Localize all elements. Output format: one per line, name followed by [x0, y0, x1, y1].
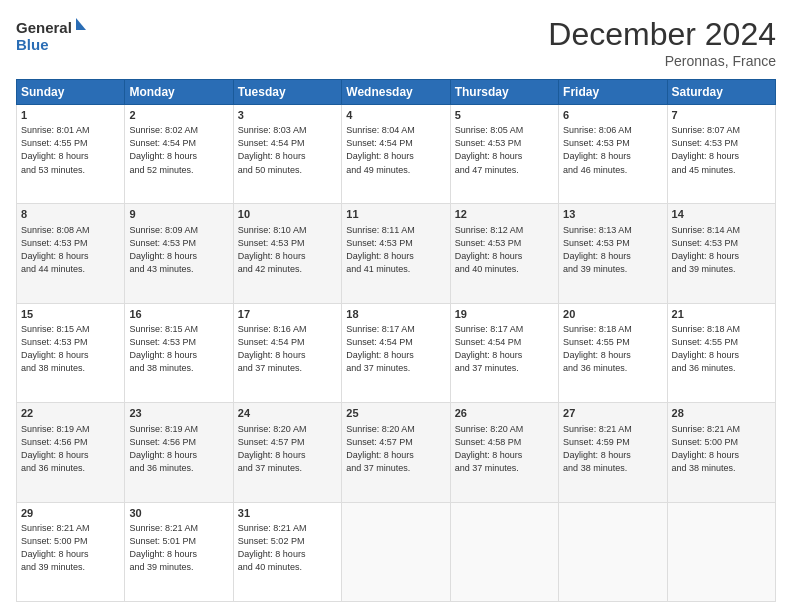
- day-info: Sunrise: 8:07 AMSunset: 4:53 PMDaylight:…: [672, 124, 771, 176]
- day-number: 20: [563, 307, 662, 322]
- day-number: 8: [21, 207, 120, 222]
- calendar-cell: 20Sunrise: 8:18 AMSunset: 4:55 PMDayligh…: [559, 303, 667, 402]
- logo: General Blue: [16, 16, 86, 58]
- day-info: Sunrise: 8:16 AMSunset: 4:54 PMDaylight:…: [238, 323, 337, 375]
- day-info: Sunrise: 8:17 AMSunset: 4:54 PMDaylight:…: [455, 323, 554, 375]
- title-block: December 2024 Peronnas, France: [548, 16, 776, 69]
- day-number: 1: [21, 108, 120, 123]
- day-info: Sunrise: 8:20 AMSunset: 4:57 PMDaylight:…: [346, 423, 445, 475]
- weekday-header-wednesday: Wednesday: [342, 80, 450, 105]
- day-number: 7: [672, 108, 771, 123]
- weekday-header-thursday: Thursday: [450, 80, 558, 105]
- calendar-cell: 4Sunrise: 8:04 AMSunset: 4:54 PMDaylight…: [342, 105, 450, 204]
- weekday-header-tuesday: Tuesday: [233, 80, 341, 105]
- day-info: Sunrise: 8:19 AMSunset: 4:56 PMDaylight:…: [21, 423, 120, 475]
- calendar-cell: [667, 502, 775, 601]
- weekday-header-sunday: Sunday: [17, 80, 125, 105]
- calendar-cell: 13Sunrise: 8:13 AMSunset: 4:53 PMDayligh…: [559, 204, 667, 303]
- day-number: 17: [238, 307, 337, 322]
- day-number: 12: [455, 207, 554, 222]
- calendar-cell: 30Sunrise: 8:21 AMSunset: 5:01 PMDayligh…: [125, 502, 233, 601]
- day-info: Sunrise: 8:03 AMSunset: 4:54 PMDaylight:…: [238, 124, 337, 176]
- calendar-cell: 17Sunrise: 8:16 AMSunset: 4:54 PMDayligh…: [233, 303, 341, 402]
- day-number: 22: [21, 406, 120, 421]
- subtitle: Peronnas, France: [548, 53, 776, 69]
- svg-text:Blue: Blue: [16, 36, 49, 53]
- day-number: 3: [238, 108, 337, 123]
- main-title: December 2024: [548, 16, 776, 53]
- day-info: Sunrise: 8:01 AMSunset: 4:55 PMDaylight:…: [21, 124, 120, 176]
- header: General Blue December 2024 Peronnas, Fra…: [16, 16, 776, 69]
- calendar-cell: 16Sunrise: 8:15 AMSunset: 4:53 PMDayligh…: [125, 303, 233, 402]
- day-number: 27: [563, 406, 662, 421]
- day-info: Sunrise: 8:04 AMSunset: 4:54 PMDaylight:…: [346, 124, 445, 176]
- calendar-cell: 8Sunrise: 8:08 AMSunset: 4:53 PMDaylight…: [17, 204, 125, 303]
- svg-text:General: General: [16, 19, 72, 36]
- calendar-cell: 29Sunrise: 8:21 AMSunset: 5:00 PMDayligh…: [17, 502, 125, 601]
- day-number: 18: [346, 307, 445, 322]
- day-number: 23: [129, 406, 228, 421]
- calendar-cell: 23Sunrise: 8:19 AMSunset: 4:56 PMDayligh…: [125, 403, 233, 502]
- calendar-cell: 18Sunrise: 8:17 AMSunset: 4:54 PMDayligh…: [342, 303, 450, 402]
- calendar-cell: 21Sunrise: 8:18 AMSunset: 4:55 PMDayligh…: [667, 303, 775, 402]
- day-info: Sunrise: 8:02 AMSunset: 4:54 PMDaylight:…: [129, 124, 228, 176]
- day-info: Sunrise: 8:12 AMSunset: 4:53 PMDaylight:…: [455, 224, 554, 276]
- calendar-cell: 3Sunrise: 8:03 AMSunset: 4:54 PMDaylight…: [233, 105, 341, 204]
- day-info: Sunrise: 8:19 AMSunset: 4:56 PMDaylight:…: [129, 423, 228, 475]
- day-number: 24: [238, 406, 337, 421]
- day-number: 16: [129, 307, 228, 322]
- day-number: 28: [672, 406, 771, 421]
- day-number: 29: [21, 506, 120, 521]
- calendar-cell: 28Sunrise: 8:21 AMSunset: 5:00 PMDayligh…: [667, 403, 775, 502]
- day-number: 5: [455, 108, 554, 123]
- calendar-cell: 31Sunrise: 8:21 AMSunset: 5:02 PMDayligh…: [233, 502, 341, 601]
- weekday-header-saturday: Saturday: [667, 80, 775, 105]
- day-info: Sunrise: 8:21 AMSunset: 5:02 PMDaylight:…: [238, 522, 337, 574]
- day-number: 15: [21, 307, 120, 322]
- day-number: 19: [455, 307, 554, 322]
- day-info: Sunrise: 8:05 AMSunset: 4:53 PMDaylight:…: [455, 124, 554, 176]
- page: General Blue December 2024 Peronnas, Fra…: [0, 0, 792, 612]
- calendar-cell: [342, 502, 450, 601]
- day-number: 10: [238, 207, 337, 222]
- calendar-cell: 25Sunrise: 8:20 AMSunset: 4:57 PMDayligh…: [342, 403, 450, 502]
- day-number: 2: [129, 108, 228, 123]
- calendar-cell: [450, 502, 558, 601]
- weekday-header-monday: Monday: [125, 80, 233, 105]
- day-number: 14: [672, 207, 771, 222]
- day-info: Sunrise: 8:18 AMSunset: 4:55 PMDaylight:…: [563, 323, 662, 375]
- day-info: Sunrise: 8:06 AMSunset: 4:53 PMDaylight:…: [563, 124, 662, 176]
- day-info: Sunrise: 8:21 AMSunset: 4:59 PMDaylight:…: [563, 423, 662, 475]
- svg-marker-2: [76, 18, 86, 30]
- calendar-cell: 24Sunrise: 8:20 AMSunset: 4:57 PMDayligh…: [233, 403, 341, 502]
- day-info: Sunrise: 8:11 AMSunset: 4:53 PMDaylight:…: [346, 224, 445, 276]
- calendar-cell: 2Sunrise: 8:02 AMSunset: 4:54 PMDaylight…: [125, 105, 233, 204]
- day-number: 31: [238, 506, 337, 521]
- day-info: Sunrise: 8:10 AMSunset: 4:53 PMDaylight:…: [238, 224, 337, 276]
- calendar-cell: 1Sunrise: 8:01 AMSunset: 4:55 PMDaylight…: [17, 105, 125, 204]
- calendar-cell: 22Sunrise: 8:19 AMSunset: 4:56 PMDayligh…: [17, 403, 125, 502]
- calendar-cell: 26Sunrise: 8:20 AMSunset: 4:58 PMDayligh…: [450, 403, 558, 502]
- calendar-cell: [559, 502, 667, 601]
- calendar-cell: 9Sunrise: 8:09 AMSunset: 4:53 PMDaylight…: [125, 204, 233, 303]
- logo-svg: General Blue: [16, 16, 86, 58]
- day-info: Sunrise: 8:20 AMSunset: 4:58 PMDaylight:…: [455, 423, 554, 475]
- day-number: 11: [346, 207, 445, 222]
- day-info: Sunrise: 8:13 AMSunset: 4:53 PMDaylight:…: [563, 224, 662, 276]
- calendar-cell: 5Sunrise: 8:05 AMSunset: 4:53 PMDaylight…: [450, 105, 558, 204]
- day-info: Sunrise: 8:15 AMSunset: 4:53 PMDaylight:…: [21, 323, 120, 375]
- day-info: Sunrise: 8:09 AMSunset: 4:53 PMDaylight:…: [129, 224, 228, 276]
- day-number: 4: [346, 108, 445, 123]
- weekday-header-friday: Friday: [559, 80, 667, 105]
- calendar-cell: 19Sunrise: 8:17 AMSunset: 4:54 PMDayligh…: [450, 303, 558, 402]
- day-info: Sunrise: 8:20 AMSunset: 4:57 PMDaylight:…: [238, 423, 337, 475]
- calendar-cell: 11Sunrise: 8:11 AMSunset: 4:53 PMDayligh…: [342, 204, 450, 303]
- day-info: Sunrise: 8:21 AMSunset: 5:00 PMDaylight:…: [672, 423, 771, 475]
- calendar-cell: 27Sunrise: 8:21 AMSunset: 4:59 PMDayligh…: [559, 403, 667, 502]
- calendar-cell: 6Sunrise: 8:06 AMSunset: 4:53 PMDaylight…: [559, 105, 667, 204]
- calendar-cell: 10Sunrise: 8:10 AMSunset: 4:53 PMDayligh…: [233, 204, 341, 303]
- day-number: 25: [346, 406, 445, 421]
- day-number: 13: [563, 207, 662, 222]
- day-number: 30: [129, 506, 228, 521]
- calendar-cell: 15Sunrise: 8:15 AMSunset: 4:53 PMDayligh…: [17, 303, 125, 402]
